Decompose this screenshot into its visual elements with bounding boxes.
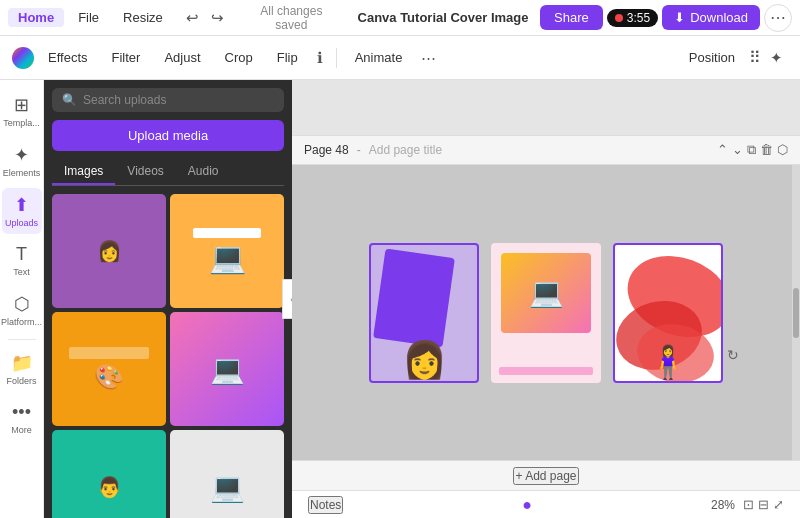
grid-icon[interactable]: ⠿ xyxy=(749,48,761,67)
top-bar: Home File Resize ↩ ↪ All changes saved C… xyxy=(0,0,800,36)
sidebar-item-more[interactable]: ••• More xyxy=(2,396,42,441)
uploads-icon: ⬆ xyxy=(14,194,29,216)
delete-page-icon[interactable]: 🗑 xyxy=(760,142,773,158)
page-strip-icons: ⌃ ⌄ ⧉ 🗑 ⬡ xyxy=(717,142,788,158)
page-separator: - xyxy=(357,143,361,157)
project-title: Canva Tutorial Cover Image xyxy=(350,10,536,25)
canvas-thumb-2[interactable]: 💻 xyxy=(491,243,601,383)
adjust-button[interactable]: Adjust xyxy=(154,46,210,69)
canvas-top-space xyxy=(292,80,800,135)
tab-images[interactable]: Images xyxy=(52,159,115,185)
download-icon: ⬇ xyxy=(674,10,685,25)
redo-button[interactable]: ↪ xyxy=(206,6,229,30)
panel-collapse-button[interactable]: ‹ xyxy=(282,279,292,319)
canvas-thumb-1[interactable]: 👩 xyxy=(369,243,479,383)
undo-button[interactable]: ↩ xyxy=(181,6,204,30)
text-icon: T xyxy=(16,244,27,265)
position-button[interactable]: Position xyxy=(679,46,745,69)
sidebar-separator xyxy=(8,339,36,340)
download-button[interactable]: ⬇ Download xyxy=(662,5,760,30)
canvas-thumb-3[interactable]: 🧍‍♀️ xyxy=(613,243,723,383)
share-button[interactable]: Share xyxy=(540,5,603,30)
chevron-up-icon[interactable]: ⌃ xyxy=(717,142,728,158)
info-icon[interactable]: ℹ xyxy=(312,46,328,70)
copy-page-icon[interactable]: ⧉ xyxy=(747,142,756,158)
uploads-label: Uploads xyxy=(5,218,38,228)
tool-bar: Effects Filter Adjust Crop Flip ℹ Animat… xyxy=(0,36,800,80)
sidebar-item-platform[interactable]: ⬡ Platform... xyxy=(2,287,42,333)
platform-icon: ⬡ xyxy=(14,293,30,315)
timer-display: 3:55 xyxy=(607,9,658,27)
record-dot xyxy=(615,14,623,22)
animate-button[interactable]: Animate xyxy=(345,46,413,69)
sidebar-item-templates[interactable]: ⊞ Templa... xyxy=(2,88,42,134)
text-label: Text xyxy=(13,267,30,277)
search-input[interactable] xyxy=(83,93,274,107)
resize-button[interactable]: Resize xyxy=(113,8,173,27)
zoom-out-button[interactable]: ⊟ xyxy=(758,497,769,512)
list-item[interactable]: 👩 xyxy=(52,194,166,308)
list-item[interactable]: 💻 xyxy=(170,430,284,518)
page-indicator: ● xyxy=(522,496,532,514)
add-page-bar: + Add page xyxy=(292,460,800,490)
page-dot-active[interactable]: ● xyxy=(522,496,532,514)
timer-value: 3:55 xyxy=(627,11,650,25)
media-tabs: Images Videos Audio xyxy=(52,159,284,186)
search-bar[interactable]: 🔍 xyxy=(52,88,284,112)
expand-page-icon[interactable]: ⬡ xyxy=(777,142,788,158)
notes-button[interactable]: Notes xyxy=(308,496,343,514)
chevron-down-icon[interactable]: ⌄ xyxy=(732,142,743,158)
upload-media-button[interactable]: Upload media xyxy=(52,120,284,151)
more-icon: ••• xyxy=(12,402,31,423)
platform-label: Platform... xyxy=(1,317,42,327)
magic-icon[interactable]: ✦ xyxy=(765,46,788,70)
fit-screen-button[interactable]: ⊡ xyxy=(743,497,754,512)
effects-button[interactable]: Effects xyxy=(38,46,98,69)
templates-label: Templa... xyxy=(3,118,40,128)
list-item[interactable]: 🎨 xyxy=(52,312,166,426)
elements-icon: ✦ xyxy=(14,144,29,166)
canvas-content: 👩 💻 🧍‍♀️ ↻ xyxy=(292,165,800,460)
tab-videos[interactable]: Videos xyxy=(115,159,175,185)
elements-label: Elements xyxy=(3,168,41,178)
crop-button[interactable]: Crop xyxy=(215,46,263,69)
folders-label: Folders xyxy=(6,376,36,386)
more-tool-options[interactable]: ⋯ xyxy=(416,46,441,70)
tool-divider xyxy=(336,48,337,68)
more-options-button[interactable]: ⋯ xyxy=(764,4,792,32)
sidebar-item-uploads[interactable]: ⬆ Uploads xyxy=(2,188,42,234)
zoom-controls: ⊡ ⊟ ⤢ xyxy=(743,497,784,512)
file-button[interactable]: File xyxy=(68,8,109,27)
left-sidebar: ⊞ Templa... ✦ Elements ⬆ Uploads T Text … xyxy=(0,80,44,518)
search-icon: 🔍 xyxy=(62,93,77,107)
add-page-button[interactable]: + Add page xyxy=(513,467,578,485)
zoom-level: 28% xyxy=(711,498,735,512)
upload-panel: 🔍 Upload media Images Videos Audio 👩 💻 🎨… xyxy=(44,80,292,518)
sidebar-item-elements[interactable]: ✦ Elements xyxy=(2,138,42,184)
autosave-status: All changes saved xyxy=(245,4,338,32)
more-label: More xyxy=(11,425,32,435)
filter-button[interactable]: Filter xyxy=(102,46,151,69)
list-item[interactable]: 💻 xyxy=(170,194,284,308)
flip-button[interactable]: Flip xyxy=(267,46,308,69)
page-label: Page 48 xyxy=(304,143,349,157)
home-button[interactable]: Home xyxy=(8,8,64,27)
main-layout: ⊞ Templa... ✦ Elements ⬆ Uploads T Text … xyxy=(0,80,800,518)
templates-icon: ⊞ xyxy=(14,94,29,116)
right-scrollbar[interactable] xyxy=(792,165,800,460)
color-swatch[interactable] xyxy=(12,47,34,69)
tab-audio[interactable]: Audio xyxy=(176,159,231,185)
fullscreen-button[interactable]: ⤢ xyxy=(773,497,784,512)
sidebar-item-text[interactable]: T Text xyxy=(2,238,42,283)
rotate-handle[interactable]: ↻ xyxy=(727,347,739,363)
canvas-area: Page 48 - Add page title ⌃ ⌄ ⧉ 🗑 ⬡ 👩 xyxy=(292,80,800,518)
download-label: Download xyxy=(690,10,748,25)
sidebar-item-folders[interactable]: 📁 Folders xyxy=(2,346,42,392)
status-bar: Notes ● 28% ⊡ ⊟ ⤢ xyxy=(292,490,800,518)
image-grid: 👩 💻 🎨 💻 👨 💻 👩 🌈 ✏️ 📱 💡 🌊 xyxy=(52,194,284,518)
page-title-placeholder[interactable]: Add page title xyxy=(369,143,442,157)
scroll-thumb xyxy=(793,288,799,338)
list-item[interactable]: 💻 xyxy=(170,312,284,426)
list-item[interactable]: 👨 xyxy=(52,430,166,518)
page-strip: Page 48 - Add page title ⌃ ⌄ ⧉ 🗑 ⬡ xyxy=(292,135,800,165)
